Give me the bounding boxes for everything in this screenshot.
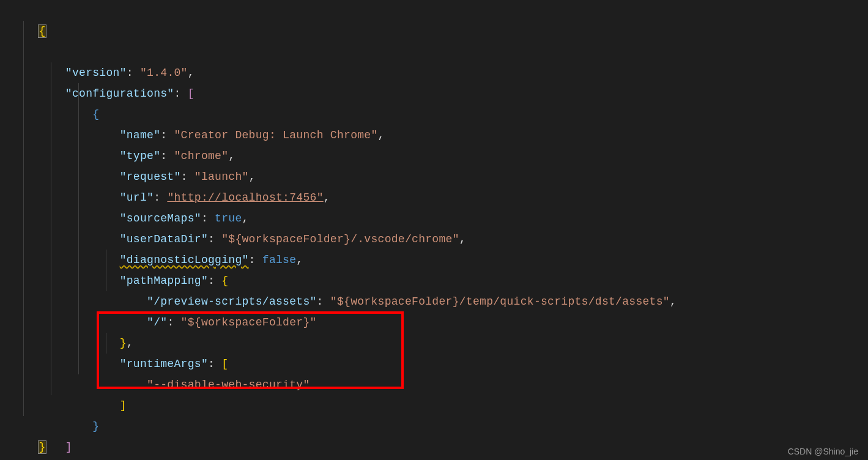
- code-line[interactable]: "url": "http://localhost:7456",: [0, 146, 868, 166]
- code-line[interactable]: "version": "1.4.0",: [0, 21, 868, 42]
- code-line[interactable]: {: [0, 0, 868, 21]
- code-line[interactable]: "name": "Creator Debug: Launch Chrome",: [0, 83, 868, 104]
- code-line[interactable]: ]: [0, 395, 868, 416]
- code-line[interactable]: "/preview-scripts/assets": "${workspaceF…: [0, 250, 868, 270]
- json-close-brace: }: [38, 440, 46, 454]
- code-line[interactable]: },: [0, 291, 868, 312]
- code-line[interactable]: "type": "chrome",: [0, 104, 868, 125]
- code-line[interactable]: ]: [0, 354, 868, 374]
- code-line[interactable]: "request": "launch",: [0, 125, 868, 146]
- code-line[interactable]: "configurations": [: [0, 42, 868, 62]
- code-line[interactable]: }: [0, 416, 868, 437]
- code-line[interactable]: "sourceMaps": true,: [0, 166, 868, 187]
- code-editor[interactable]: { "version": "1.4.0", "configurations": …: [0, 0, 868, 460]
- json-bracket: ]: [65, 441, 72, 453]
- watermark-text: CSDN @Shino_jie: [788, 447, 858, 456]
- code-line[interactable]: }: [0, 374, 868, 395]
- code-line[interactable]: "/": "${workspaceFolder}": [0, 270, 868, 291]
- code-line[interactable]: "userDataDir": "${workspaceFolder}/.vsco…: [0, 187, 868, 208]
- code-line[interactable]: {: [0, 62, 868, 83]
- code-line[interactable]: "runtimeArgs": [: [0, 312, 868, 333]
- code-line[interactable]: "--disable-web-security": [0, 333, 868, 354]
- code-line[interactable]: "pathMapping": {: [0, 229, 868, 250]
- code-line[interactable]: "diagnosticLogging": false,: [0, 208, 868, 229]
